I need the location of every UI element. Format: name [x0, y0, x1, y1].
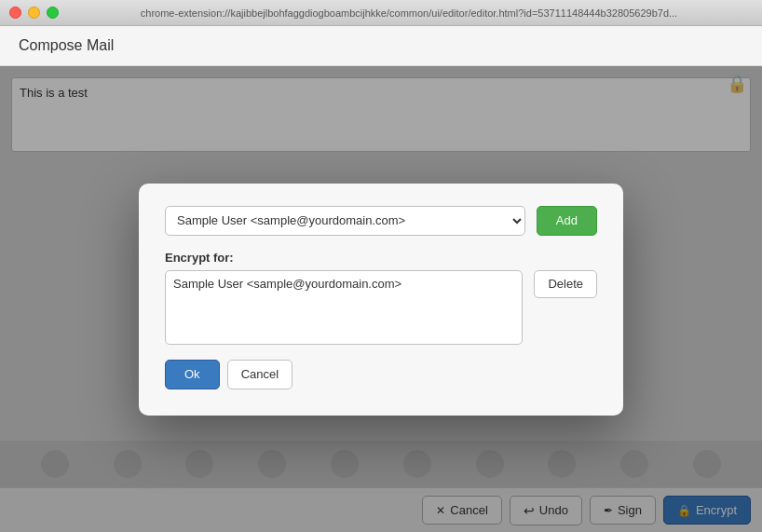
modal-footer: Ok Cancel [165, 360, 597, 389]
modal-cancel-button[interactable]: Cancel [227, 360, 293, 389]
user-select[interactable]: Sample User <sample@yourdomain.com> [165, 206, 525, 236]
select-add-row: Sample User <sample@yourdomain.com> Add [165, 206, 597, 236]
add-button[interactable]: Add [537, 206, 597, 236]
compose-header: Compose Mail [0, 26, 762, 66]
url-bar: chrome-extension://kajibbejlbohfaggdiogb… [65, 7, 753, 19]
close-button[interactable] [9, 7, 21, 19]
modal-overlay: Sample User <sample@yourdomain.com> Add … [0, 66, 762, 532]
ok-button[interactable]: Ok [165, 360, 220, 389]
editor-area: This is a test 🔒 Cancel Undo [0, 66, 762, 532]
encrypt-for-row: Delete [165, 270, 597, 345]
encrypt-for-textarea[interactable] [165, 270, 523, 345]
minimize-button[interactable] [28, 7, 40, 19]
encrypt-dialog: Sample User <sample@yourdomain.com> Add … [139, 184, 623, 416]
delete-button[interactable]: Delete [534, 270, 597, 298]
encrypt-for-label: Encrypt for: [165, 251, 597, 265]
compose-title: Compose Mail [19, 37, 114, 53]
app-body: Compose Mail This is a test 🔒 Cancel [0, 26, 762, 532]
maximize-button[interactable] [47, 7, 59, 19]
titlebar: chrome-extension://kajibbejlbohfaggdiogb… [0, 0, 762, 26]
